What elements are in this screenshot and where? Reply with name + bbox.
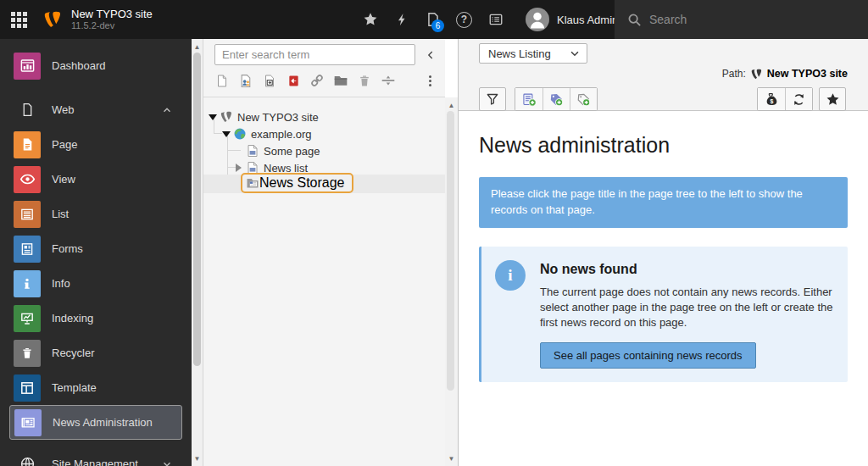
module-menu: Dashboard Web Page View List xyxy=(0,39,192,466)
opened-documents-button[interactable]: 6 xyxy=(417,0,448,39)
help-button[interactable]: ? xyxy=(448,0,480,39)
web-doc-icon xyxy=(14,97,41,124)
collapse-pagetree-button[interactable] xyxy=(420,44,442,65)
tree-search-input[interactable] xyxy=(214,44,415,65)
scroll-down-icon[interactable]: ▼ xyxy=(445,452,458,464)
more-kebab-icon xyxy=(429,74,431,88)
bookmark-star-icon xyxy=(363,12,378,27)
topbar-tools: 6 ? xyxy=(354,0,511,39)
scrollbar-thumb[interactable] xyxy=(447,111,454,391)
new-external-link-handle[interactable] xyxy=(285,71,302,90)
page-tree-scrollbar[interactable]: ▲ ▼ xyxy=(445,97,458,466)
sidebar-item-view[interactable]: View xyxy=(0,162,192,197)
system-information-button[interactable] xyxy=(480,0,511,39)
search-input[interactable] xyxy=(649,13,819,26)
new-external-link-page-icon xyxy=(287,74,300,88)
system-information-icon xyxy=(488,12,504,27)
module-menu-scrollbar[interactable]: ▲ ▼ xyxy=(192,39,203,466)
bookmark-button[interactable] xyxy=(819,87,846,111)
globe-icon xyxy=(233,127,247,141)
refresh-button[interactable] xyxy=(785,88,812,110)
user-name: Klaus Admin xyxy=(557,14,618,26)
donate-button[interactable]: $ xyxy=(758,88,785,110)
no-news-callout: i No news found The current page does no… xyxy=(479,247,848,383)
sidebar-section-site-management[interactable]: Site Management xyxy=(0,447,192,466)
dashboard-icon xyxy=(14,53,41,80)
page-icon xyxy=(14,131,41,158)
info-icon xyxy=(14,270,41,297)
divider-icon xyxy=(381,73,396,88)
sidebar-item-recycler[interactable]: Recycler xyxy=(0,336,192,370)
bookmarks-button[interactable] xyxy=(354,0,386,39)
tree-more-button[interactable] xyxy=(421,71,438,90)
apps-grid-button[interactable] xyxy=(0,0,38,39)
collapse-arrow-icon[interactable] xyxy=(222,131,231,137)
sidebar-item-forms[interactable]: Forms xyxy=(0,231,192,266)
scrollbar-thumb[interactable] xyxy=(193,53,201,366)
new-recycler-handle[interactable] xyxy=(356,71,373,90)
storage-folder-icon xyxy=(246,176,259,190)
new-usersection-handle[interactable] xyxy=(237,71,254,90)
add-tag-button[interactable] xyxy=(542,88,570,110)
typo3-logo-icon xyxy=(42,9,63,30)
sidebar-item-dashboard[interactable]: Dashboard xyxy=(0,48,192,83)
typo3-backend: New TYPO3 site 11.5.2-dev 6 ? xyxy=(0,0,868,466)
breadcrumb: Path: New TYPO3 site xyxy=(722,66,848,81)
tree-node-example-org[interactable]: example.org xyxy=(203,125,445,142)
sidebar-item-news-administration[interactable]: News Administration xyxy=(9,405,182,440)
add-news-icon xyxy=(522,92,537,107)
docheader-buttons: $ xyxy=(459,87,868,111)
topbar: New TYPO3 site 11.5.2-dev 6 ? xyxy=(0,0,868,39)
site-brand[interactable]: New TYPO3 site 11.5.2-dev xyxy=(42,0,153,39)
chevron-down-icon xyxy=(161,458,173,466)
newspaper-icon xyxy=(14,409,42,436)
add-news-button[interactable] xyxy=(515,88,542,110)
tree-selected-row[interactable]: News Storage xyxy=(203,175,445,193)
search-icon xyxy=(627,13,642,27)
new-link-handle[interactable] xyxy=(309,71,326,90)
new-page-handle[interactable] xyxy=(214,71,231,90)
new-divider-handle[interactable] xyxy=(380,71,397,90)
add-category-button[interactable] xyxy=(570,88,597,110)
chevron-left-icon xyxy=(425,49,437,61)
list-icon xyxy=(14,201,41,228)
scroll-up-icon[interactable]: ▲ xyxy=(445,99,458,111)
chevron-down-icon xyxy=(569,47,581,59)
filter-funnel-icon xyxy=(486,92,499,106)
scroll-up-icon[interactable]: ▲ xyxy=(192,41,203,53)
forms-icon xyxy=(14,236,41,263)
new-page-icon xyxy=(215,74,229,88)
new-shortcut-handle[interactable] xyxy=(261,71,278,90)
filter-button[interactable] xyxy=(479,87,506,111)
sidebar-section-web[interactable]: Web xyxy=(0,92,192,127)
collapse-arrow-icon[interactable] xyxy=(209,114,217,120)
page-doc-icon xyxy=(246,144,259,158)
tree-node-news-storage[interactable]: News Storage xyxy=(241,173,353,193)
sidebar-item-list[interactable]: List xyxy=(0,197,192,231)
sidebar-item-page[interactable]: Page xyxy=(0,127,192,162)
tree-node-root[interactable]: New TYPO3 site xyxy=(203,108,445,125)
content-area: News Listing Path: New TYPO3 site xyxy=(458,39,868,466)
sidebar-item-template[interactable]: Template xyxy=(0,370,192,405)
sidebar-item-info[interactable]: Info xyxy=(0,266,192,301)
indexing-chart-icon xyxy=(14,305,41,332)
new-usersection-page-icon xyxy=(239,74,253,88)
sidebar-item-indexing[interactable]: Indexing xyxy=(0,301,192,336)
add-record-group xyxy=(515,87,598,111)
trash-icon xyxy=(14,340,41,367)
page-tree-toolbar xyxy=(203,39,445,97)
tree-node-some-page[interactable]: Some page xyxy=(203,142,445,159)
new-folder-handle[interactable] xyxy=(332,71,349,90)
callout-title: No news found xyxy=(540,262,834,277)
expand-arrow-icon[interactable] xyxy=(236,164,242,172)
user-menu-button[interactable]: Klaus Admin xyxy=(515,0,628,39)
see-all-pages-button[interactable]: See all pages containing news records xyxy=(540,342,756,369)
clear-cache-bolt-icon xyxy=(395,12,409,27)
site-title: New TYPO3 site xyxy=(71,8,153,20)
clear-cache-button[interactable] xyxy=(386,0,417,39)
view-mode-select[interactable]: News Listing xyxy=(479,43,587,64)
scroll-down-icon[interactable]: ▼ xyxy=(192,452,203,464)
typo3-logo-icon xyxy=(750,68,763,80)
callout-body: The current page does not contain any ne… xyxy=(540,285,834,331)
help-icon: ? xyxy=(456,12,472,28)
